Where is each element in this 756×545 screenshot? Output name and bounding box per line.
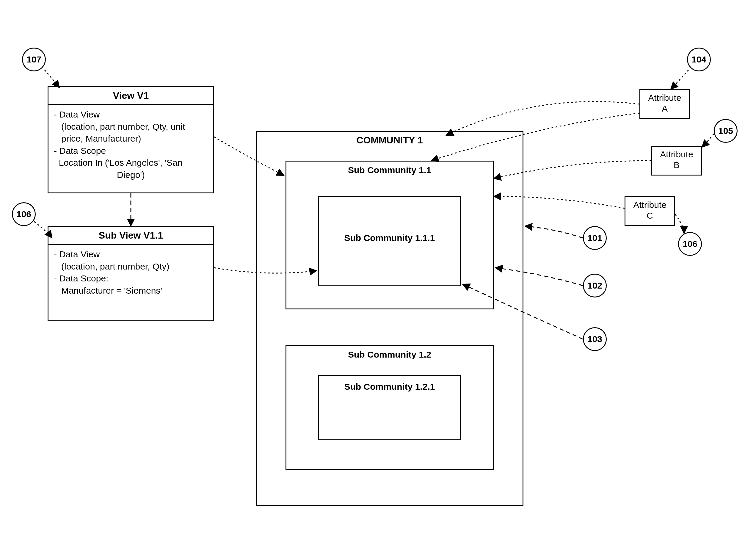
connector-attrA-to-community [446, 101, 639, 135]
ref-102: 102 [583, 274, 607, 297]
subview-v11-title: Sub View V1.1 [48, 227, 213, 245]
view-v1-line3: price, Manufacturer) [54, 133, 208, 145]
view-v1-line6: Diego') [54, 169, 208, 181]
view-v1-line1: - Data View [54, 109, 208, 121]
view-v1-line4: - Data Scope [54, 145, 208, 157]
subview-v11-box: Sub View V1.1 - Data View (location, par… [48, 226, 214, 321]
connector-104-to-attrA [671, 70, 688, 89]
diagram-stage: { "view_v1": { "title": "View V1", "line… [0, 0, 756, 545]
attribute-a-box: Attribute A [639, 89, 690, 119]
community-1-title: COMMUNITY 1 [257, 132, 523, 146]
ref-105: 105 [714, 119, 738, 143]
connector-107-to-v1 [45, 70, 59, 88]
ref-103: 103 [583, 327, 607, 351]
subview-v11-line2: (location, part number, Qty) [54, 261, 208, 273]
attribute-c-box: Attribute C [625, 196, 675, 226]
sub-community-1-2-1-box: Sub Community 1.2.1 [318, 375, 461, 440]
ref-106-right: 106 [678, 232, 702, 256]
attribute-b-box: Attribute B [651, 146, 702, 176]
sub-community-1-2-1-title: Sub Community 1.2.1 [319, 376, 460, 392]
subview-v11-line1: - Data View [54, 248, 208, 261]
subview-v11-line3: - Data Scope: [54, 273, 208, 285]
subview-v11-body: - Data View (location, part number, Qty)… [48, 245, 213, 300]
subview-v11-line4: Manufacturer = 'Siemens' [54, 285, 208, 297]
connector-attrC-to-106 [675, 214, 684, 234]
view-v1-line5: Location In ('Los Angeles', 'San [54, 157, 208, 169]
sub-community-1-2-title: Sub Community 1.2 [286, 346, 493, 360]
sub-community-1-1-1-title: Sub Community 1.1.1 [319, 197, 460, 243]
sub-community-1-1-1-box: Sub Community 1.1.1 [318, 196, 461, 286]
ref-107: 107 [22, 48, 46, 71]
sub-community-1-1-title: Sub Community 1.1 [286, 162, 493, 175]
connector-105-to-attrB [702, 134, 714, 147]
ref-106-left: 106 [12, 202, 36, 226]
ref-101: 101 [583, 226, 607, 250]
view-v1-body: - Data View (location, part number, Qty,… [48, 105, 213, 184]
view-v1-line2: (location, part number, Qty, unit [54, 121, 208, 133]
view-v1-box: View V1 - Data View (location, part numb… [48, 86, 214, 193]
connector-101-to-community [525, 226, 583, 238]
view-v1-title: View V1 [48, 87, 213, 105]
ref-104: 104 [687, 48, 711, 71]
